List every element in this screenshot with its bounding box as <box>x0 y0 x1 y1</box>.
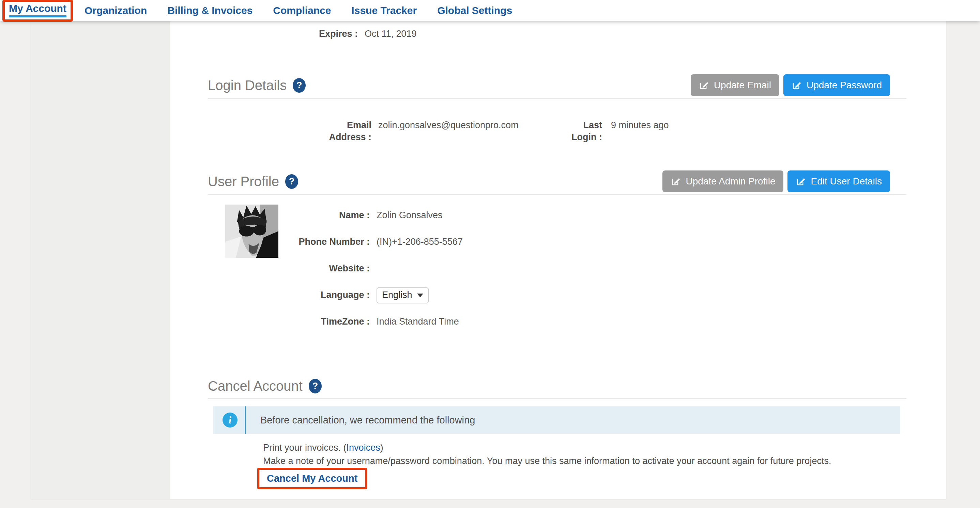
section-divider <box>208 98 907 99</box>
invoices-link[interactable]: Invoices <box>347 443 380 453</box>
cancel-account-section: Cancel Account ? i Before cancellation, … <box>208 378 907 489</box>
last-login-label: Last Login : <box>568 119 602 143</box>
field-row-timezone: TimeZone : India Standard Time <box>278 309 907 335</box>
settings-card: Expires : Oct 11, 2019 Login Details ? <box>31 21 946 499</box>
edit-user-details-button[interactable]: Edit User Details <box>788 170 890 192</box>
annotation-box-my-account: My Account <box>2 0 73 22</box>
name-label: Name : <box>339 209 370 221</box>
annotation-box-cancel-account: Cancel My Account <box>257 468 367 489</box>
info-icon: i <box>223 412 237 428</box>
nav-tab-issue-tracker[interactable]: Issue Tracker <box>351 5 417 16</box>
email-address-label: Email Address : <box>309 119 371 143</box>
field-row-language: Language : English <box>278 282 907 309</box>
edit-icon <box>795 176 806 186</box>
expires-value: Oct 11, 2019 <box>364 28 417 40</box>
phone-number-value: (IN)+1-206-855-5567 <box>377 236 463 248</box>
field-row-name: Name : Zolin Gonsalves <box>278 202 907 229</box>
help-icon[interactable]: ? <box>285 174 298 189</box>
name-value: Zolin Gonsalves <box>377 209 442 221</box>
settings-content: Expires : Oct 11, 2019 Login Details ? <box>170 21 946 499</box>
language-dropdown[interactable]: English <box>377 287 429 303</box>
update-password-button[interactable]: Update Password <box>783 74 890 96</box>
nav-tab-global-settings[interactable]: Global Settings <box>437 5 512 16</box>
timezone-value: India Standard Time <box>377 316 459 328</box>
profile-photo <box>225 205 278 258</box>
banner-text: Before cancellation, we recommend the fo… <box>260 415 475 426</box>
user-profile-title: User Profile <box>208 174 279 189</box>
expires-label: Expires : <box>319 28 358 40</box>
edit-icon <box>699 80 709 90</box>
invoices-line: Print your invoices. (Invoices) <box>263 443 907 453</box>
section-divider <box>208 398 907 399</box>
nav-tab-billing-invoices[interactable]: Billing & Invoices <box>167 5 253 16</box>
update-email-button[interactable]: Update Email <box>691 74 779 96</box>
top-navbar: My Account Organization Billing & Invoic… <box>0 0 980 21</box>
field-row-website: Website : <box>278 255 907 282</box>
email-address-value: zolin.gonsalves@questionpro.com <box>378 119 564 131</box>
user-profile-section: User Profile ? Update Admin Profile <box>208 169 907 335</box>
info-banner: i Before cancellation, we recommend the … <box>213 406 900 434</box>
nav-tab-organization[interactable]: Organization <box>84 5 147 16</box>
section-divider <box>208 194 907 195</box>
edit-icon <box>792 80 802 90</box>
language-label: Language : <box>321 289 370 301</box>
language-dropdown-value: English <box>382 290 412 300</box>
nav-active-underline <box>9 15 67 18</box>
website-label: Website : <box>329 263 370 274</box>
login-details-title: Login Details <box>208 78 286 93</box>
nav-tab-compliance[interactable]: Compliance <box>273 5 331 16</box>
cancel-my-account-link[interactable]: Cancel My Account <box>267 473 358 484</box>
help-icon[interactable]: ? <box>293 78 305 93</box>
edit-icon <box>671 176 681 186</box>
field-row-phone: Phone Number : (IN)+1-206-855-5567 <box>278 229 907 255</box>
phone-number-label: Phone Number : <box>299 236 370 248</box>
note-line: Make a note of your username/password co… <box>263 456 907 467</box>
last-login-value: 9 minutes ago <box>611 119 669 131</box>
timezone-label: TimeZone : <box>321 316 370 328</box>
help-icon[interactable]: ? <box>309 379 322 393</box>
cancel-account-title: Cancel Account <box>208 379 302 394</box>
login-details-section: Login Details ? Update Email <box>208 73 907 143</box>
nav-tab-my-account[interactable]: My Account <box>9 3 67 18</box>
nav-tab-label: My Account <box>9 3 67 14</box>
settings-sidebar <box>31 21 170 499</box>
banner-divider <box>245 406 246 434</box>
license-section: Expires : Oct 11, 2019 <box>208 28 907 40</box>
update-admin-profile-button[interactable]: Update Admin Profile <box>662 170 783 192</box>
dropdown-caret-icon <box>417 293 423 297</box>
